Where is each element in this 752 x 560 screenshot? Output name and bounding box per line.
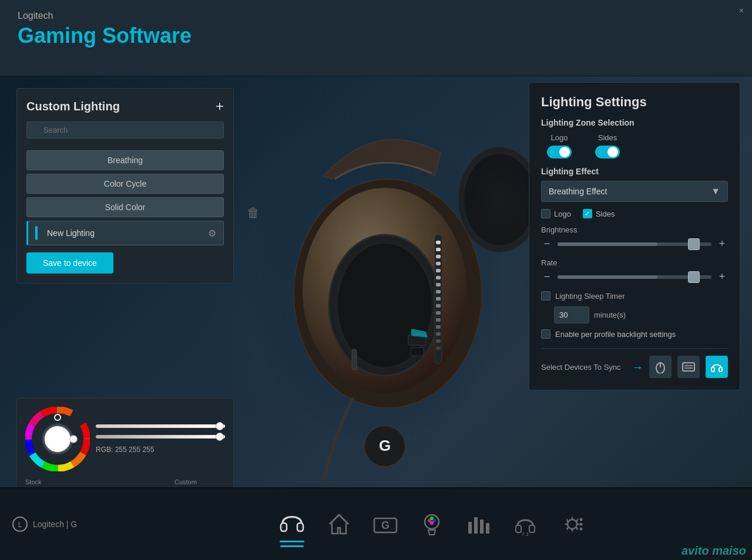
svg-rect-27 bbox=[411, 348, 424, 356]
svg-rect-9 bbox=[436, 262, 441, 265]
sides-checkbox[interactable]: ✓ bbox=[583, 209, 592, 218]
logo-zone-label: Logo bbox=[551, 133, 568, 142]
rate-slider-handle[interactable] bbox=[688, 271, 700, 283]
color-wheel[interactable] bbox=[25, 407, 90, 471]
slider-row-2 bbox=[96, 435, 225, 438]
taskbar-icon-headset[interactable] bbox=[277, 507, 307, 542]
svg-rect-14 bbox=[436, 297, 441, 301]
delete-icon[interactable]: 🗑 bbox=[247, 205, 260, 221]
profile-label: Enable per profile backlight settings bbox=[555, 330, 676, 339]
slider-track-2[interactable] bbox=[96, 435, 225, 438]
svg-rect-61 bbox=[468, 522, 472, 534]
lighting-item-solid-color[interactable]: Solid Color bbox=[26, 197, 224, 217]
taskbar-icon-lighting[interactable] bbox=[418, 510, 446, 538]
settings-taskbar-icon bbox=[558, 510, 587, 538]
sync-headset-device[interactable] bbox=[706, 356, 728, 378]
slider-thumb-1[interactable] bbox=[216, 422, 224, 430]
lighting-settings-panel: Lighting Settings Lighting Zone Selectio… bbox=[529, 82, 740, 390]
slider-thumb-2[interactable] bbox=[216, 433, 224, 441]
taskbar-icons: G bbox=[123, 507, 740, 542]
lighting-item-new-lighting[interactable]: New Lighting ⚙ bbox=[26, 221, 224, 245]
taskbar-icon-home[interactable] bbox=[325, 510, 353, 538]
taskbar-icon-equalizer[interactable] bbox=[464, 510, 493, 538]
main-content: G Custom Lighting + 🔍 Breathin bbox=[0, 76, 752, 487]
logitech-logo-text: Logitech | G bbox=[33, 519, 77, 529]
svg-point-68 bbox=[568, 519, 577, 529]
brightness-slider-handle[interactable] bbox=[688, 238, 700, 250]
custom-lighting-panel: Custom Lighting + 🔍 Breathing Color Cycl… bbox=[16, 88, 234, 284]
svg-rect-64 bbox=[486, 523, 489, 534]
taskbar: L Logitech | G G bbox=[0, 487, 752, 560]
lighting-item-color-cycle[interactable]: Color Cycle bbox=[26, 174, 224, 194]
sync-keyboard-device[interactable] bbox=[677, 356, 700, 378]
active-indicator bbox=[280, 541, 304, 542]
logo-checkbox[interactable] bbox=[541, 209, 550, 218]
logo-zone: Logo bbox=[547, 133, 572, 158]
sides-zone-label: Sides bbox=[598, 133, 617, 142]
lighting-settings-title: Lighting Settings bbox=[541, 95, 728, 110]
svg-rect-48 bbox=[711, 367, 714, 372]
sides-toggle[interactable] bbox=[595, 146, 620, 158]
slider-track-1[interactable] bbox=[96, 424, 225, 428]
settings-icon: ⚙ bbox=[208, 228, 216, 239]
svg-rect-45 bbox=[683, 363, 694, 371]
svg-rect-66 bbox=[529, 525, 535, 532]
search-input[interactable] bbox=[26, 122, 224, 139]
sleep-timer-input[interactable] bbox=[554, 306, 589, 323]
lighting-item-breathing[interactable]: Breathing bbox=[26, 150, 224, 170]
sleep-timer-row: Lighting Sleep Timer bbox=[541, 291, 728, 301]
svg-rect-11 bbox=[436, 276, 441, 279]
svg-rect-18 bbox=[436, 325, 441, 329]
headset2-taskbar-icon: 7.1 bbox=[511, 510, 540, 538]
watermark: avito maiso bbox=[682, 544, 746, 558]
brightness-slider-bar[interactable] bbox=[558, 242, 711, 246]
svg-rect-63 bbox=[480, 519, 484, 534]
brightness-increase-button[interactable]: + bbox=[716, 238, 728, 250]
keyboard-taskbar-icon: G bbox=[371, 510, 400, 538]
svg-rect-12 bbox=[436, 283, 441, 286]
brightness-decrease-button[interactable]: − bbox=[541, 238, 553, 250]
taskbar-icon-settings[interactable] bbox=[558, 510, 587, 538]
logitech-logo: L Logitech | G bbox=[12, 516, 106, 532]
svg-text:L: L bbox=[18, 521, 22, 529]
add-button[interactable]: + bbox=[216, 98, 224, 114]
sides-checkbox-item: ✓ Sides bbox=[583, 209, 615, 218]
taskbar-icon-keyboard[interactable]: G bbox=[371, 510, 400, 538]
svg-text:G: G bbox=[379, 437, 391, 454]
custom-label: Custom bbox=[174, 478, 225, 485]
rate-slider-bar[interactable] bbox=[558, 275, 711, 279]
lighting-effect-label: Lighting Effect bbox=[541, 167, 728, 176]
slider-row-1 bbox=[96, 424, 225, 428]
svg-rect-65 bbox=[516, 525, 521, 532]
rate-section: Rate − + bbox=[541, 258, 728, 283]
svg-point-41 bbox=[55, 414, 61, 420]
taskbar-icon-headset2[interactable]: 7.1 bbox=[511, 510, 540, 538]
panel-title: Custom Lighting bbox=[26, 100, 120, 113]
close-button[interactable]: × bbox=[739, 6, 744, 15]
svg-rect-53 bbox=[297, 523, 303, 531]
effect-dropdown[interactable]: Breathing Effect ▼ bbox=[541, 181, 728, 202]
logo-toggle[interactable] bbox=[547, 146, 572, 158]
sync-mouse-device[interactable] bbox=[649, 356, 672, 378]
svg-text:7.1: 7.1 bbox=[522, 531, 529, 537]
save-to-device-button[interactable]: Save to device bbox=[26, 252, 113, 274]
svg-point-25 bbox=[464, 154, 535, 245]
rate-increase-button[interactable]: + bbox=[716, 271, 728, 283]
brightness-slider-control: − + bbox=[541, 238, 728, 250]
brightness-slider-fill bbox=[558, 242, 657, 246]
svg-rect-52 bbox=[281, 523, 287, 531]
svg-rect-62 bbox=[474, 517, 478, 534]
rgb-label: RGB: 255 255 255 bbox=[96, 446, 225, 454]
lighting-taskbar-icon bbox=[418, 510, 446, 538]
color-bar bbox=[35, 226, 38, 240]
svg-point-69 bbox=[580, 518, 583, 521]
rate-decrease-button[interactable]: − bbox=[541, 271, 553, 283]
sleep-timer-checkbox[interactable] bbox=[541, 291, 550, 301]
svg-rect-28 bbox=[352, 349, 357, 370]
sleep-unit-label: minute(s) bbox=[594, 311, 626, 319]
brand-name: Logitech bbox=[18, 11, 192, 21]
svg-rect-21 bbox=[436, 346, 441, 350]
sides-toggle-knob bbox=[607, 147, 618, 157]
profile-checkbox[interactable] bbox=[541, 329, 550, 339]
svg-rect-13 bbox=[436, 290, 441, 294]
